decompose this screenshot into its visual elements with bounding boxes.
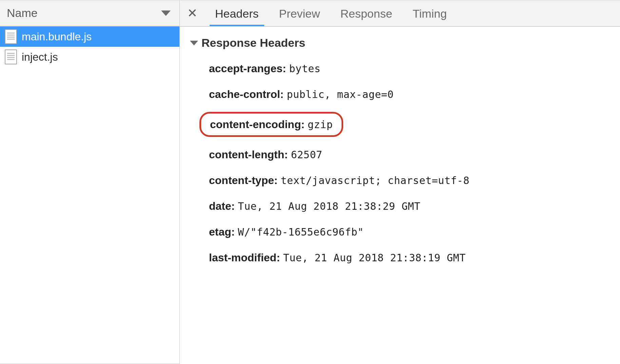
name-column-label: Name <box>7 6 38 20</box>
header-value: bytes <box>289 63 321 75</box>
header-key: last-modified: <box>209 251 280 264</box>
file-icon <box>5 29 17 44</box>
file-name: main.bundle.js <box>22 31 92 43</box>
header-entry: cache-control: public, max-age=0 <box>209 86 606 102</box>
header-key: content-length: <box>209 148 288 161</box>
response-headers-section-toggle[interactable]: Response Headers <box>190 36 606 49</box>
header-key: accept-ranges: <box>209 62 286 75</box>
name-column-header[interactable]: Name <box>0 0 179 26</box>
header-entry: date: Tue, 21 Aug 2018 21:38:29 GMT <box>209 198 606 214</box>
header-entry: content-encoding: gzip <box>209 112 606 137</box>
file-icon <box>5 49 17 64</box>
file-list: main.bundle.jsinject.js <box>0 26 179 364</box>
network-file-panel: Name main.bundle.jsinject.js <box>0 0 180 364</box>
header-value: Tue, 21 Aug 2018 21:38:29 GMT <box>238 200 420 212</box>
tab-preview[interactable]: Preview <box>269 2 330 25</box>
header-key: content-type: <box>209 174 278 186</box>
close-icon[interactable]: ✕ <box>182 6 205 20</box>
tab-timing[interactable]: Timing <box>403 2 457 25</box>
header-entry: accept-ranges: bytes <box>209 60 606 77</box>
header-entry: content-length: 62507 <box>209 146 606 163</box>
header-entry: etag: W/"f42b-1655e6c96fb" <box>209 224 606 240</box>
header-key: etag: <box>209 226 235 238</box>
header-value: public, max-age=0 <box>287 88 394 100</box>
request-details-panel: ✕ HeadersPreviewResponseTiming Response … <box>180 0 620 364</box>
details-tabs-bar: ✕ HeadersPreviewResponseTiming <box>180 0 620 26</box>
header-value: W/"f42b-1655e6c96fb" <box>238 226 364 238</box>
details-body: Response Headers accept-ranges: bytescac… <box>180 26 620 364</box>
file-name: inject.js <box>22 51 58 63</box>
file-row[interactable]: inject.js <box>0 47 179 67</box>
header-value: text/javascript; charset=utf-8 <box>281 175 470 186</box>
tab-response[interactable]: Response <box>330 2 402 25</box>
header-entry: content-type: text/javascript; charset=u… <box>209 172 606 188</box>
disclosure-triangle-icon <box>190 41 198 45</box>
tabs-container: HeadersPreviewResponseTiming <box>205 2 457 25</box>
sort-indicator-icon[interactable] <box>161 11 171 16</box>
response-headers-list: accept-ranges: bytescache-control: publi… <box>190 60 606 266</box>
header-key: date: <box>209 200 235 212</box>
tab-headers[interactable]: Headers <box>205 2 269 25</box>
header-entry: last-modified: Tue, 21 Aug 2018 21:38:19… <box>209 249 606 266</box>
header-value: 62507 <box>291 149 323 161</box>
header-key: cache-control: <box>209 88 284 100</box>
section-title: Response Headers <box>201 36 305 49</box>
header-value: gzip <box>308 119 333 130</box>
file-row[interactable]: main.bundle.js <box>0 26 179 47</box>
header-value: Tue, 21 Aug 2018 21:38:19 GMT <box>283 252 466 264</box>
header-key: content-encoding: <box>210 118 305 130</box>
